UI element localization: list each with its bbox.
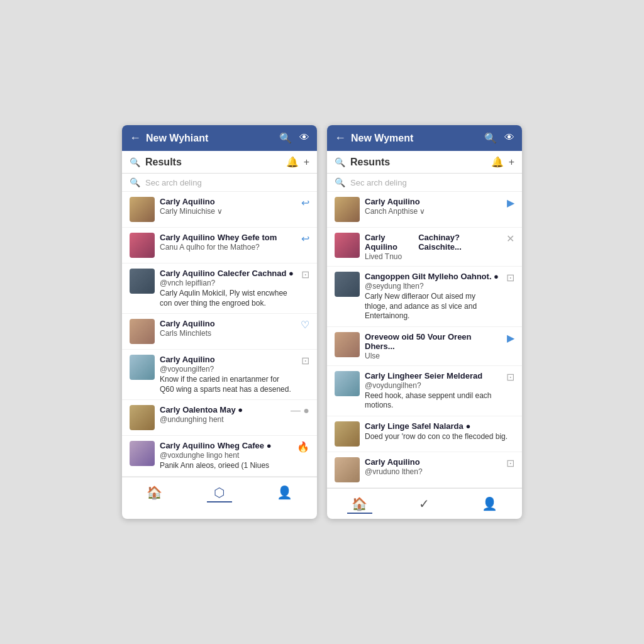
item-body: Carly New difleraor Out aised my thloge,… bbox=[365, 292, 499, 321]
item-action[interactable]: ⊡ bbox=[299, 269, 309, 280]
list-item[interactable]: Carly Oalentoa May ●@undunghing hent— ● bbox=[122, 400, 317, 436]
left-profile-header-icon[interactable]: 👁 bbox=[299, 132, 309, 144]
avatar bbox=[130, 319, 155, 344]
item-subtitle: Ulse bbox=[365, 352, 499, 360]
item-action[interactable]: ✕ bbox=[504, 233, 514, 245]
item-content: Cangoppen Gilt Mylleho Oahnot. ●@seydung… bbox=[365, 272, 499, 321]
item-body: Doed your 'row do con co the flecoded bi… bbox=[365, 432, 514, 442]
item-header: Carly Aquilino Whey Gefe tom bbox=[160, 233, 294, 242]
left-bell-icon[interactable]: 🔔 bbox=[286, 156, 299, 168]
avatar bbox=[335, 197, 360, 222]
left-nav-profile[interactable]: 👤 bbox=[252, 482, 317, 505]
left-search-icon[interactable]: 🔍 bbox=[279, 132, 292, 144]
item-header: Carly Oalentoa May ● bbox=[160, 405, 283, 414]
list-item[interactable]: Carly AquilinoCarls Minchlets♡ bbox=[122, 314, 317, 350]
item-action[interactable]: — ● bbox=[288, 405, 309, 416]
item-subtitle: @voyoungilfen? bbox=[160, 365, 294, 374]
item-name: Carly Aquilino bbox=[160, 197, 215, 206]
right-toolbar-search-icon: 🔍 bbox=[335, 157, 345, 167]
item-content: Carly Aquilino Wheg Cafee ●@voxdunghe li… bbox=[160, 441, 289, 471]
right-search-icon[interactable]: 🔍 bbox=[484, 132, 497, 144]
item-action[interactable]: ▶ bbox=[504, 197, 514, 209]
left-phone: ← New Wyhiant 🔍 👁 🔍 Results 🔔 + 🔍 Sec ar… bbox=[122, 125, 317, 519]
right-add-icon[interactable]: + bbox=[509, 157, 514, 168]
list-item[interactable]: Carly Aquilino Cachinay? Caischite...Liv… bbox=[327, 228, 522, 267]
avatar bbox=[130, 233, 155, 258]
left-list: Carly AquilinoCarly Minuichise ∨↩Carly A… bbox=[122, 192, 317, 477]
right-back-button[interactable]: ← bbox=[335, 131, 346, 145]
item-name: Carly Aquilino bbox=[365, 197, 420, 206]
right-bottom-nav: 🏠 ✓ 👤 bbox=[327, 488, 522, 519]
list-item[interactable]: Carly AquilinoCarly Minuichise ∨↩ bbox=[122, 192, 317, 228]
item-content: Carly Aquilino Calecfer Cachnad ●@vnch l… bbox=[160, 269, 294, 308]
item-action[interactable]: ↩ bbox=[299, 197, 309, 209]
item-header: Carly Linge Safel Nalarda ● bbox=[365, 421, 514, 431]
right-nav-middle[interactable]: ✓ bbox=[392, 494, 457, 516]
list-item[interactable]: Carly Aquilino@vruduno lthen?⊡ bbox=[327, 452, 522, 488]
list-item[interactable]: Carly Lingheer Seier Melderad@voydungilh… bbox=[327, 366, 522, 416]
right-nav-home[interactable]: 🏠 bbox=[327, 494, 392, 516]
item-content: Oreveow oid 50 Vour Oreen Dhers...Ulse bbox=[365, 332, 499, 360]
right-nav-profile[interactable]: 👤 bbox=[457, 494, 522, 516]
item-content: Carly Aquilino@vruduno lthen? bbox=[365, 457, 499, 476]
item-action[interactable]: ⊡ bbox=[299, 355, 309, 367]
avatar bbox=[335, 457, 360, 482]
right-search-bar-icon: 🔍 bbox=[335, 177, 345, 187]
right-search-bar[interactable]: 🔍 Sec arch deling bbox=[327, 174, 522, 192]
list-item[interactable]: Carly Aquilino Wheg Cafee ●@voxdunghe li… bbox=[122, 436, 317, 477]
left-toolbar-title: Results bbox=[145, 157, 281, 168]
left-bottom-nav: 🏠 ⬡ 👤 bbox=[122, 477, 317, 508]
left-search-bar-icon: 🔍 bbox=[130, 177, 140, 187]
left-header-icons: 🔍 👁 bbox=[279, 132, 309, 144]
item-action[interactable]: ▶ bbox=[504, 332, 514, 344]
item-header: Carly Aquilino bbox=[160, 197, 294, 206]
item-subtitle: @voydungilhen? bbox=[365, 381, 499, 390]
right-home-icon: 🏠 bbox=[352, 496, 367, 511]
list-item[interactable]: Carly AquilinoCanch Anpthise ∨▶ bbox=[327, 192, 522, 228]
list-item[interactable]: Carly Aquilino Calecfer Cachnad ●@vnch l… bbox=[122, 264, 317, 314]
item-extra-name: Whey Gefe tom bbox=[218, 233, 277, 242]
right-profile-header-icon[interactable]: 👁 bbox=[504, 132, 514, 144]
left-nav-middle[interactable]: ⬡ bbox=[187, 482, 252, 505]
item-content: Carly Aquilino@voyoungilfen?Know if the … bbox=[160, 355, 294, 394]
right-bell-icon[interactable]: 🔔 bbox=[491, 156, 504, 168]
right-toolbar-title: Resunts bbox=[350, 157, 486, 168]
left-add-icon[interactable]: + bbox=[304, 157, 309, 168]
item-action[interactable]: ↩ bbox=[299, 233, 309, 245]
item-subtitle: @vruduno lthen? bbox=[365, 467, 499, 476]
avatar bbox=[130, 197, 155, 222]
item-content: Carly Oalentoa May ●@undunghing hent bbox=[160, 405, 283, 424]
item-name: Oreveow oid 50 Vour Oreen Dhers... bbox=[365, 332, 499, 351]
left-header-title: New Wyhiant bbox=[146, 133, 274, 144]
list-item[interactable]: Oreveow oid 50 Vour Oreen Dhers...Ulse▶ bbox=[327, 327, 522, 366]
item-header: Carly Aquilino Cachinay? Caischite... bbox=[365, 233, 499, 252]
item-content: Carly AquilinoCanch Anpthise ∨ bbox=[365, 197, 499, 216]
item-action[interactable]: ⊡ bbox=[504, 457, 514, 469]
item-subtitle: @undunghing hent bbox=[160, 415, 283, 424]
item-content: Carly Aquilino Cachinay? Caischite...Liv… bbox=[365, 233, 499, 261]
left-search-bar[interactable]: 🔍 Sec arch deling bbox=[122, 174, 317, 192]
item-name: Carly Aquilino bbox=[365, 233, 416, 252]
list-item[interactable]: Carly Aquilino Whey Gefe tomCanu A qulho… bbox=[122, 228, 317, 264]
item-extra-name: Calecfer Cachnad ● bbox=[218, 269, 294, 278]
list-item[interactable]: Cangoppen Gilt Mylleho Oahnot. ●@seydung… bbox=[327, 267, 522, 327]
item-subtitle: @voxdunghe lingo hent bbox=[160, 451, 289, 460]
item-action[interactable]: ⊡ bbox=[504, 371, 514, 383]
avatar bbox=[335, 272, 360, 297]
left-nav-home[interactable]: 🏠 bbox=[122, 482, 187, 505]
right-header-title: New Wyment bbox=[351, 133, 479, 144]
item-action[interactable]: 🔥 bbox=[294, 441, 309, 453]
avatar bbox=[130, 269, 155, 294]
list-item[interactable]: Carly Linge Safel Nalarda ●Doed your 'ro… bbox=[327, 416, 522, 452]
right-header-icons: 🔍 👁 bbox=[484, 132, 514, 144]
right-middle-icon: ✓ bbox=[419, 496, 430, 511]
item-name: Carly Aquilino bbox=[160, 233, 215, 242]
item-action[interactable]: ♡ bbox=[298, 319, 309, 331]
right-header: ← New Wyment 🔍 👁 bbox=[327, 125, 522, 151]
item-content: Carly Aquilino Whey Gefe tomCanu A qulho… bbox=[160, 233, 294, 252]
right-phone: ← New Wyment 🔍 👁 🔍 Resunts 🔔 + 🔍 Sec arc… bbox=[327, 125, 522, 519]
item-action[interactable]: ⊡ bbox=[504, 272, 514, 284]
list-item[interactable]: Carly Aquilino@voyoungilfen?Know if the … bbox=[122, 350, 317, 400]
item-name: Carly Aquilino bbox=[160, 355, 215, 364]
left-back-button[interactable]: ← bbox=[130, 131, 141, 145]
